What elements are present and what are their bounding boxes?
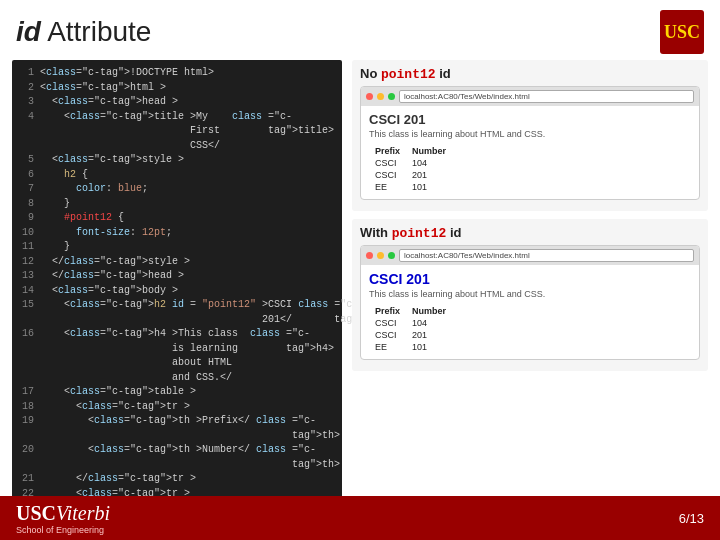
browser-subtext-1: This class is learning about HTML and CS… <box>369 129 691 139</box>
code-text: <class="c-tag">th <box>40 443 190 472</box>
code-text: <class="c-tag">style <box>40 153 172 168</box>
line-number: 7 <box>20 182 34 197</box>
browser-with-id: localhost:AC80/Tes/Web/index.html CSCI 2… <box>360 245 700 360</box>
code-text: </class="c-tag">tr <box>40 472 184 487</box>
line-number: 2 <box>20 81 34 96</box>
code-text: <class="c-tag">body <box>40 284 166 299</box>
line-number: 11 <box>20 240 34 255</box>
code-text: <class="c-tag">th <box>40 414 190 443</box>
line-number: 21 <box>20 472 34 487</box>
svg-text:USC: USC <box>664 22 700 42</box>
title-rest: Attribute <box>47 16 151 47</box>
table-header-row: Prefix Number <box>369 145 452 157</box>
code-line: 1<class="c-tag">!DOCTYPE html> <box>20 66 334 81</box>
with-id-label: With point12 id <box>360 225 700 241</box>
line-number: 16 <box>20 327 34 385</box>
line-number: 4 <box>20 110 34 154</box>
code-panel: 1<class="c-tag">!DOCTYPE html>2<class="c… <box>12 60 342 540</box>
col-prefix: Prefix <box>369 145 406 157</box>
code-line: 8 } <box>20 197 334 212</box>
code-text: <class="c-tag">table <box>40 385 184 400</box>
with-id-callout: With point12 id localhost:AC80/Tes/Web/i… <box>352 219 708 371</box>
col-prefix-2: Prefix <box>369 305 406 317</box>
browser-content-1: CSCI 201 This class is learning about HT… <box>361 106 699 199</box>
code-text: font-size: 12pt; <box>40 226 172 241</box>
dot-yellow-icon-2 <box>377 252 384 259</box>
line-number: 18 <box>20 400 34 415</box>
line-number: 20 <box>20 443 34 472</box>
footer: USCViterbi School of Engineering 6/13 <box>0 496 720 540</box>
code-line: 6 h2 { <box>20 168 334 183</box>
header: id Attribute USC <box>0 0 720 60</box>
table-row: CSCI201 <box>369 329 452 341</box>
line-number: 8 <box>20 197 34 212</box>
code-line: 16 <class="c-tag">h4>This class is learn… <box>20 327 334 385</box>
code-line: 7 color: blue; <box>20 182 334 197</box>
browser-toolbar-1: localhost:AC80/Tes/Web/index.html <box>361 87 699 106</box>
dot-red-icon <box>366 93 373 100</box>
line-number: 5 <box>20 153 34 168</box>
code-line: 13 </class="c-tag">head> <box>20 269 334 284</box>
code-line: 20 <class="c-tag">th>Number</class="c-ta… <box>20 443 334 472</box>
line-number: 19 <box>20 414 34 443</box>
line-number: 15 <box>20 298 34 327</box>
code-text: <class="c-tag">!DOCTYPE <box>40 66 178 81</box>
line-number: 9 <box>20 211 34 226</box>
code-line: 3 <class="c-tag">head> <box>20 95 334 110</box>
line-number: 3 <box>20 95 34 110</box>
code-text: <class="c-tag">h2 <box>40 298 166 327</box>
code-line: 19 <class="c-tag">th>Prefix</class="c-ta… <box>20 414 334 443</box>
no-id-callout: No point12 id localhost:AC80/Tes/Web/ind… <box>352 60 708 211</box>
line-number: 10 <box>20 226 34 241</box>
code-text: </class="c-tag">style <box>40 255 178 270</box>
code-line: 9 #point12 { <box>20 211 334 226</box>
browser-toolbar-2: localhost:AC80/Tes/Web/index.html <box>361 246 699 265</box>
no-id-label: No point12 id <box>360 66 700 82</box>
page-title: id Attribute <box>16 16 151 48</box>
callout-area: No point12 id localhost:AC80/Tes/Web/ind… <box>352 60 708 540</box>
code-line: 14 <class="c-tag">body> <box>20 284 334 299</box>
table-row: CSCI104 <box>369 157 452 169</box>
code-text: } <box>40 197 70 212</box>
col-number: Number <box>406 145 452 157</box>
code-text: } <box>40 240 70 255</box>
code-line: 11 } <box>20 240 334 255</box>
code-line: 17 <class="c-tag">table> <box>20 385 334 400</box>
code-text: <class="c-tag">html <box>40 81 154 96</box>
table-row: EE101 <box>369 181 452 193</box>
title-code: id <box>16 16 41 47</box>
code-text: color: blue; <box>40 182 148 197</box>
browser-table-1: Prefix Number CSCI104 CSCI201 EE101 <box>369 145 452 193</box>
col-number-2: Number <box>406 305 452 317</box>
dot-red-icon-2 <box>366 252 373 259</box>
browser-no-id: localhost:AC80/Tes/Web/index.html CSCI 2… <box>360 86 700 200</box>
line-number: 14 <box>20 284 34 299</box>
browser-address-1: localhost:AC80/Tes/Web/index.html <box>399 90 694 103</box>
browser-heading-2: CSCI 201 <box>369 271 691 287</box>
table-header-row-2: Prefix Number <box>369 305 452 317</box>
code-text: </class="c-tag">head <box>40 269 172 284</box>
line-number: 6 <box>20 168 34 183</box>
code-text: <class="c-tag">title <box>40 110 184 154</box>
table-row: CSCI201 <box>369 169 452 181</box>
code-line: 10 font-size: 12pt; <box>20 226 334 241</box>
browser-subtext-2: This class is learning about HTML and CS… <box>369 289 691 299</box>
footer-logo: USCViterbi School of Engineering <box>16 502 110 535</box>
browser-content-2: CSCI 201 This class is learning about HT… <box>361 265 699 359</box>
code-line: 2<class="c-tag">html> <box>20 81 334 96</box>
code-text: <class="c-tag">h4 <box>40 327 166 385</box>
code-line: 5 <class="c-tag">style> <box>20 153 334 168</box>
code-line: 15 <class="c-tag">h2 id="point12">CSCI 2… <box>20 298 334 327</box>
footer-usc-text: USCViterbi <box>16 502 110 525</box>
line-number: 1 <box>20 66 34 81</box>
browser-address-2: localhost:AC80/Tes/Web/index.html <box>399 249 694 262</box>
dot-green-icon <box>388 93 395 100</box>
code-line: 21 </class="c-tag">tr> <box>20 472 334 487</box>
line-number: 17 <box>20 385 34 400</box>
code-text: <class="c-tag">head <box>40 95 166 110</box>
main-content: 1<class="c-tag">!DOCTYPE html>2<class="c… <box>0 60 720 540</box>
line-number: 13 <box>20 269 34 284</box>
line-number: 12 <box>20 255 34 270</box>
browser-table-2: Prefix Number CSCI104 CSCI201 EE101 <box>369 305 452 353</box>
code-text: h2 { <box>40 168 88 183</box>
